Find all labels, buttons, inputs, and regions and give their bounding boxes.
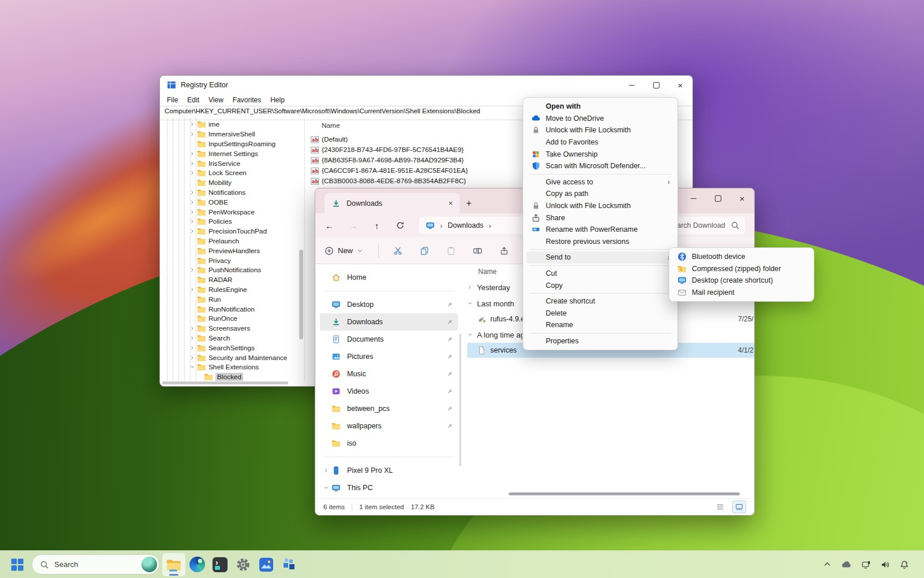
sidebar-item-this-pc[interactable]: This PC	[320, 479, 458, 497]
taskbar-settings[interactable]	[232, 553, 255, 576]
menu-item-give-access-to[interactable]: Give access to›	[526, 176, 675, 188]
tree-item-shell-extensions[interactable]: Shell Extensions	[160, 362, 304, 372]
tree-item-lock-screen[interactable]: Lock Screen	[160, 168, 304, 178]
chevron-right-icon[interactable]	[189, 228, 196, 234]
chevron-right-icon[interactable]	[189, 267, 196, 273]
details-view-button[interactable]	[714, 501, 726, 513]
tree-item-privacy[interactable]: Privacy	[160, 255, 304, 265]
menu-file[interactable]: File	[162, 95, 182, 105]
close-button[interactable]: ×	[668, 76, 692, 94]
tree-item-immersiveshell[interactable]: ImmersiveShell	[160, 129, 304, 139]
copy-button[interactable]	[419, 246, 430, 255]
sidebar-item-home[interactable]: Home	[320, 269, 458, 286]
tree-item-radar[interactable]: RADAR	[160, 275, 304, 285]
menu-item-unlock-with-file-locksmith[interactable]: Unlock with File Locksmith	[526, 124, 675, 136]
tab-close-icon[interactable]: ×	[448, 199, 453, 208]
menu-item-rename-with-powerrename[interactable]: Rename with PowerRename	[526, 224, 675, 236]
tree-item-policies[interactable]: Policies	[160, 217, 304, 227]
taskbar-edge[interactable]	[185, 553, 208, 576]
horizontal-scrollbar[interactable]	[509, 492, 740, 495]
notification-bell-icon[interactable]: z	[900, 560, 909, 569]
tree-item-precisiontouchpad[interactable]: PrecisionTouchPad	[160, 227, 304, 236]
chevron-down-icon[interactable]	[467, 332, 473, 338]
tree-item-rulesengine[interactable]: RulesEngine	[160, 285, 304, 295]
menu-item-take-ownership[interactable]: Take Ownership	[526, 148, 675, 160]
tab-downloads[interactable]: Downloads ×	[325, 193, 460, 213]
submenu-item-compressed-zipped-folder[interactable]: Compressed (zipped) folder	[672, 263, 811, 275]
forward-button[interactable]: →	[348, 221, 358, 231]
taskbar-search[interactable]: Search	[32, 554, 159, 575]
chevron-right-icon[interactable]	[189, 161, 196, 166]
chevron-down-icon[interactable]	[467, 301, 473, 306]
sidebar-item-documents[interactable]: Documents	[320, 331, 458, 348]
tree-item-previewhandlers[interactable]: PreviewHandlers	[160, 246, 304, 255]
chevron-right-icon[interactable]	[323, 468, 329, 473]
network-icon[interactable]	[862, 560, 871, 569]
sidebar-item-pictures[interactable]: Pictures	[320, 348, 458, 365]
new-tab-button[interactable]: +	[460, 193, 478, 213]
large-icons-view-button[interactable]	[732, 501, 746, 513]
breadcrumb-downloads[interactable]: Downloads	[448, 221, 483, 229]
menu-item-unlock-with-file-locksmith[interactable]: Unlock with File Locksmith	[526, 200, 675, 212]
menu-favorites[interactable]: Favorites	[228, 95, 266, 105]
sidebar-item-downloads[interactable]: Downloads	[320, 313, 458, 331]
tree-item-security-and-maintenance[interactable]: Security and Maintenance	[160, 353, 304, 362]
up-button[interactable]: ↑	[372, 221, 382, 231]
tree-item-search[interactable]: Search	[160, 334, 304, 343]
tree-item-run[interactable]: Run	[160, 294, 304, 304]
menu-item-create-shortcut[interactable]: Create shortcut	[526, 295, 675, 307]
tree-item-mobility[interactable]: Mobility	[160, 178, 304, 188]
submenu-item-desktop-create-shortcut-[interactable]: Desktop (create shortcut)	[672, 275, 811, 287]
sidebar-item-pixel-9-pro-xl[interactable]: Pixel 9 Pro XL	[320, 462, 458, 479]
menu-item-restore-previous-versions[interactable]: Restore previous versions	[526, 236, 675, 248]
tree-item-penworkspace[interactable]: PenWorkspace	[160, 207, 304, 217]
scrollbar-thumb[interactable]	[162, 381, 288, 384]
sidebar-item-between_pcs[interactable]: between_pcs	[320, 400, 458, 417]
chevron-right-icon[interactable]	[189, 131, 196, 137]
menu-item-move-to-onedrive[interactable]: Move to OneDrive	[526, 113, 675, 125]
tree-item-pushnotifications[interactable]: PushNotifications	[160, 265, 304, 275]
start-button[interactable]	[6, 553, 29, 576]
chevron-right-icon[interactable]	[189, 355, 196, 361]
paste-button[interactable]	[445, 246, 457, 255]
minimize-button[interactable]	[620, 76, 644, 94]
taskbar-photos[interactable]	[255, 553, 278, 576]
tree-item-screensavers[interactable]: Screensavers	[160, 324, 304, 334]
tree-vertical-scrollbar[interactable]	[299, 250, 303, 339]
sidebar-item-wallpapers[interactable]: wallpapers	[320, 417, 458, 435]
menu-help[interactable]: Help	[266, 95, 289, 105]
rename-button[interactable]: A	[472, 246, 483, 255]
chevron-right-icon[interactable]	[189, 190, 196, 195]
tree-item-searchsettings[interactable]: SearchSettings	[160, 343, 304, 353]
chevron-right-icon[interactable]	[189, 199, 196, 205]
tree-item-ime[interactable]: ime	[160, 120, 304, 129]
taskbar-file-explorer[interactable]	[162, 553, 185, 576]
cut-button[interactable]	[392, 246, 404, 255]
onedrive-tray-icon[interactable]	[841, 560, 852, 570]
share-button[interactable]	[498, 246, 510, 255]
chevron-right-icon[interactable]	[189, 170, 196, 176]
menu-item-open-with[interactable]: Open with	[526, 101, 675, 113]
menu-item-properties[interactable]: Properties	[526, 335, 675, 347]
maximize-button[interactable]	[706, 188, 730, 208]
sidebar-item-music[interactable]: Music	[320, 365, 458, 383]
chevron-right-icon[interactable]	[189, 287, 196, 292]
tree-item-blocked[interactable]: Blocked	[160, 372, 304, 381]
menu-edit[interactable]: Edit	[182, 95, 204, 105]
tree-item-prelaunch[interactable]: Prelaunch	[160, 236, 304, 246]
sidebar-item-videos[interactable]: Videos	[320, 383, 458, 400]
sidebar-scrollbar[interactable]	[459, 334, 461, 466]
close-button[interactable]: ×	[730, 188, 754, 208]
menu-view[interactable]: View	[204, 95, 228, 105]
menu-item-delete[interactable]: Delete	[526, 307, 675, 320]
submenu-item-bluetooth-device[interactable]: Bluetooth device	[672, 251, 811, 263]
chevron-down-icon[interactable]	[189, 364, 196, 370]
menu-item-copy[interactable]: Copy	[526, 279, 675, 291]
menu-item-add-to-favorites[interactable]: Add to Favorites	[526, 136, 675, 149]
chevron-right-icon[interactable]	[189, 121, 196, 127]
chevron-right-icon[interactable]	[189, 325, 196, 331]
tree-horizontal-scrollbar[interactable]	[162, 381, 304, 385]
chevron-right-icon[interactable]	[189, 209, 196, 215]
tree-item-runonce[interactable]: RunOnce	[160, 314, 304, 324]
menu-item-send-to[interactable]: Send to›	[526, 251, 675, 264]
